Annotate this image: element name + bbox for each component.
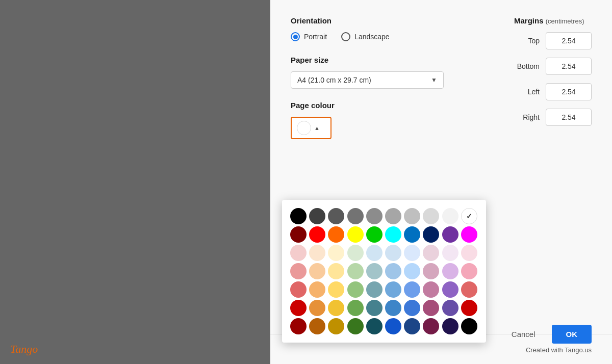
color-picker-popup <box>282 200 486 343</box>
portrait-option[interactable]: Portrait <box>291 32 327 41</box>
color-swatch[interactable] <box>309 263 325 279</box>
tango-brand-logo: Tango <box>10 343 38 356</box>
color-swatch[interactable] <box>442 318 458 334</box>
action-buttons: Cancel OK <box>503 325 592 344</box>
landscape-label: Landscape <box>354 33 390 41</box>
color-swatch[interactable] <box>328 208 344 224</box>
color-swatch[interactable] <box>385 318 401 334</box>
color-swatch[interactable] <box>366 226 382 243</box>
color-swatch[interactable] <box>366 281 382 298</box>
color-swatch[interactable] <box>404 263 420 279</box>
color-swatch[interactable] <box>290 208 307 224</box>
margins-title: Margins (centimetres) <box>514 16 592 25</box>
color-swatch[interactable] <box>423 318 439 334</box>
color-swatch[interactable] <box>366 245 382 261</box>
color-swatch[interactable] <box>404 318 420 334</box>
color-swatch[interactable] <box>328 300 344 316</box>
color-swatch[interactable] <box>461 263 477 279</box>
color-swatch[interactable] <box>347 208 364 224</box>
color-swatch[interactable] <box>404 300 420 316</box>
colour-dropdown-arrow-icon: ▲ <box>314 125 320 131</box>
color-swatch[interactable] <box>423 281 439 298</box>
color-swatch[interactable] <box>328 226 344 243</box>
color-swatch[interactable] <box>347 263 364 279</box>
landscape-radio[interactable] <box>341 32 350 41</box>
color-swatch[interactable] <box>423 226 439 243</box>
color-swatch[interactable] <box>290 245 307 261</box>
color-swatch[interactable] <box>385 245 401 261</box>
color-swatch[interactable] <box>290 281 307 298</box>
color-swatch[interactable] <box>404 281 420 298</box>
bottom-margin-row: Bottom <box>514 58 592 75</box>
color-swatch[interactable] <box>385 226 401 243</box>
color-swatch[interactable] <box>347 300 364 316</box>
color-swatch[interactable] <box>385 263 401 279</box>
color-swatch[interactable] <box>461 318 477 334</box>
color-swatch[interactable] <box>290 318 307 334</box>
margins-label: Margins <box>514 16 544 25</box>
color-swatch[interactable] <box>328 263 344 279</box>
color-swatch[interactable] <box>442 281 458 298</box>
color-swatch[interactable] <box>442 263 458 279</box>
right-margin-row: Right <box>514 109 592 126</box>
margins-unit: (centimetres) <box>546 17 584 25</box>
left-margin-input[interactable] <box>546 83 592 100</box>
color-swatch[interactable] <box>290 300 307 316</box>
color-swatch[interactable] <box>366 208 382 224</box>
color-swatch[interactable] <box>404 226 420 243</box>
color-swatch[interactable] <box>309 300 325 316</box>
portrait-radio[interactable] <box>291 32 300 41</box>
color-swatch[interactable] <box>442 245 458 261</box>
color-swatch[interactable] <box>385 208 401 224</box>
color-swatch[interactable] <box>309 245 325 261</box>
color-swatch[interactable] <box>423 300 439 316</box>
color-swatch[interactable] <box>404 245 420 261</box>
color-swatch[interactable] <box>366 300 382 316</box>
color-swatch[interactable] <box>366 263 382 279</box>
color-swatch[interactable] <box>461 245 477 261</box>
color-swatch[interactable] <box>290 263 307 279</box>
color-swatch[interactable] <box>328 245 344 261</box>
color-swatch[interactable] <box>309 318 325 334</box>
color-swatch[interactable] <box>347 245 364 261</box>
top-margin-row: Top <box>514 32 592 49</box>
color-swatch[interactable] <box>328 281 344 298</box>
color-swatch[interactable] <box>461 300 477 316</box>
ok-button[interactable]: OK <box>552 325 592 344</box>
color-swatch[interactable] <box>328 318 344 334</box>
dropdown-arrow-icon: ▼ <box>431 76 437 84</box>
paper-size-value: A4 (21.0 cm x 29.7 cm) <box>297 76 371 84</box>
color-grid <box>290 208 478 334</box>
color-swatch[interactable] <box>309 226 325 243</box>
color-swatch[interactable] <box>461 281 477 298</box>
top-margin-input[interactable] <box>546 32 592 49</box>
color-swatch[interactable] <box>461 226 477 243</box>
color-swatch[interactable] <box>442 300 458 316</box>
color-swatch[interactable] <box>423 263 439 279</box>
document-preview-area <box>0 0 270 364</box>
landscape-option[interactable]: Landscape <box>341 32 390 41</box>
color-swatch[interactable] <box>347 226 364 243</box>
color-swatch[interactable] <box>442 226 458 243</box>
color-swatch[interactable] <box>347 281 364 298</box>
color-swatch[interactable] <box>385 300 401 316</box>
color-swatch[interactable] <box>366 318 382 334</box>
right-margin-label: Right <box>514 113 540 121</box>
color-swatch[interactable] <box>423 208 439 224</box>
color-swatch[interactable] <box>423 245 439 261</box>
cancel-button[interactable]: Cancel <box>503 325 544 344</box>
page-colour-button[interactable]: ▲ <box>291 117 332 139</box>
color-swatch[interactable] <box>309 281 325 298</box>
margins-section: Margins (centimetres) Top Bottom Left Ri… <box>514 16 592 134</box>
color-swatch[interactable] <box>442 208 458 224</box>
bottom-margin-input[interactable] <box>546 58 592 75</box>
paper-size-dropdown[interactable]: A4 (21.0 cm x 29.7 cm) ▼ <box>291 71 444 89</box>
right-margin-input[interactable] <box>546 109 592 126</box>
color-swatch[interactable] <box>309 208 325 224</box>
color-swatch[interactable] <box>385 281 401 298</box>
color-swatch[interactable] <box>290 226 307 243</box>
color-swatch[interactable] <box>461 208 477 224</box>
color-swatch[interactable] <box>347 318 364 334</box>
colour-preview <box>297 121 311 135</box>
color-swatch[interactable] <box>404 208 420 224</box>
